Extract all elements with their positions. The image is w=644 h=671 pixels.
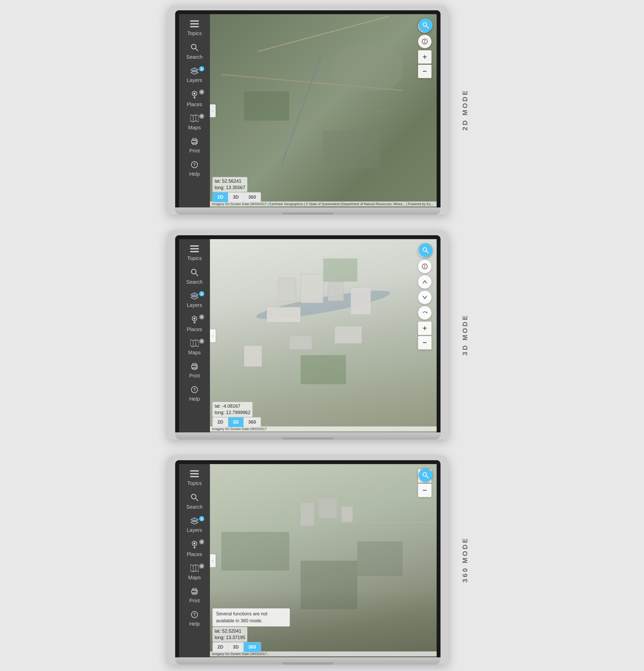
sidebar-item-layers-3d[interactable]: 1 Layers [179, 289, 210, 312]
svg-line-66 [195, 498, 198, 501]
sidebar-item-layers-360[interactable]: 1 Layers [179, 514, 210, 537]
mode-btn-2d-2d[interactable]: 2D [213, 192, 228, 202]
zoom-out-360[interactable]: − [418, 484, 432, 497]
sidebar-item-search-2d[interactable]: Search [179, 40, 210, 64]
badge-places-3d: 0 [199, 314, 204, 319]
sidebar-label-maps-3d: Maps [188, 350, 201, 356]
zoom-group-2d: + − [418, 50, 432, 78]
mode-btn-360-360[interactable]: 360 [244, 642, 261, 652]
mode-btn-360-2d[interactable]: 360 [244, 192, 261, 202]
sidebar-item-help-2d[interactable]: ? Help [179, 157, 210, 181]
zoom-out-3d[interactable]: − [418, 336, 432, 350]
laptop-frame-360: Topics Search [167, 455, 448, 664]
sidebar-item-topics-360[interactable]: Topics [179, 467, 210, 490]
sidebar-label-layers-3d: Layers [187, 302, 202, 308]
print-icon-360 [191, 588, 198, 597]
lat-3d: lat: -4.08167 [215, 403, 250, 409]
svg-point-48 [196, 366, 197, 367]
svg-marker-30 [424, 41, 426, 44]
svg-rect-64 [190, 476, 199, 477]
coord-bar-3d: lat: -4.08167 long: 12.7999962 [212, 402, 253, 417]
layers-icon-360 [190, 517, 198, 526]
map-search-btn-2d[interactable] [418, 18, 433, 32]
svg-rect-1 [190, 23, 199, 25]
menu-icon-360 [190, 470, 199, 479]
sidebar-item-print-2d[interactable]: Print [179, 134, 210, 157]
sidebar-label-topics-3d: Topics [187, 255, 202, 261]
print-icon-2d [191, 138, 198, 147]
collapse-btn-360[interactable]: ‹ [210, 554, 216, 567]
map-controls-3d: + − [418, 244, 432, 350]
sidebar-item-topics-2d[interactable]: Topics [179, 17, 210, 40]
message-360: Several functions are not available in 3… [212, 608, 290, 626]
svg-rect-62 [190, 470, 199, 471]
tilt-down-btn-3d[interactable] [418, 291, 432, 304]
svg-rect-0 [190, 20, 199, 22]
svg-line-4 [195, 49, 198, 51]
sidebar-item-print-3d[interactable]: Print [179, 359, 210, 382]
sidebar-label-help-2d: Help [189, 171, 199, 177]
laptop-3d: Topics Search [167, 230, 448, 440]
sidebar-label-print-2d: Print [189, 148, 199, 154]
coord-bar-360: lat: 52.52041 long: 13.37195 [212, 627, 247, 642]
sidebar-item-topics-3d[interactable]: Topics [179, 242, 210, 265]
mode-btn-3d-360[interactable]: 3D [228, 642, 244, 652]
sidebar-item-places-3d[interactable]: 0 Places [179, 312, 210, 336]
compass-btn-2d[interactable] [418, 35, 432, 48]
map-search-btn-360[interactable] [418, 468, 433, 482]
rotate-btn-3d[interactable] [418, 306, 432, 319]
laptop-frame-3d: Topics Search [167, 230, 448, 440]
mode-btn-2d-360[interactable]: 2D [213, 642, 228, 652]
mode-btn-360-3d[interactable]: 360 [244, 417, 261, 427]
section-3d: Topics Search [167, 230, 477, 440]
map-content-3d: ‹ [210, 239, 437, 432]
collapse-btn-3d[interactable]: ‹ [210, 329, 216, 342]
mode-btn-3d-2d[interactable]: 3D [228, 192, 244, 202]
map-search-btn-3d[interactable] [418, 243, 433, 257]
mode-btn-3d-3d[interactable]: 3D [228, 417, 244, 427]
places-icon-3d [191, 315, 198, 326]
svg-rect-32 [190, 248, 199, 250]
zoom-out-2d[interactable]: − [418, 65, 432, 78]
lng-3d: long: 12.7999962 [215, 409, 250, 416]
mode-switcher-3d: 2D 3D 360 [212, 417, 261, 427]
sidebar-item-places-2d[interactable]: 0 Places [179, 87, 210, 111]
map-content-2d: ‹ [210, 14, 437, 207]
sidebar-label-search-360: Search [186, 504, 203, 510]
sidebar-item-maps-3d[interactable]: 0 Maps [179, 336, 210, 359]
sidebar-item-search-360[interactable]: Search [179, 490, 210, 514]
sidebar-label-search-2d: Search [186, 54, 203, 60]
collapse-btn-2d[interactable]: ‹ [210, 104, 216, 117]
search-icon-360 [191, 493, 198, 503]
laptop-base-2d [175, 207, 440, 215]
badge-maps-360: 0 [199, 564, 204, 569]
sidebar-label-places-360: Places [187, 552, 202, 557]
svg-rect-63 [190, 473, 199, 474]
tilt-up-btn-3d[interactable] [418, 275, 432, 289]
badge-layers-3d: 1 [199, 291, 204, 296]
mode-label-3d: 3D MODE [461, 314, 477, 355]
sidebar-item-help-360[interactable]: ? Help [179, 607, 210, 631]
sidebar-label-search-3d: Search [186, 279, 203, 285]
sidebar-item-maps-360[interactable]: 0 Maps [179, 561, 210, 584]
lat-2d: lat: 52.56241 [215, 178, 245, 185]
svg-rect-2 [190, 26, 199, 27]
search-icon-3d [191, 268, 198, 278]
laptop-360: Topics Search [167, 455, 448, 664]
screen-bezel-360: Topics Search [175, 460, 440, 657]
sidebar-item-maps-2d[interactable]: 0 Maps [179, 111, 210, 134]
zoom-in-2d[interactable]: + [418, 50, 432, 64]
sidebar-item-layers-2d[interactable]: 1 Layers [179, 64, 210, 87]
zoom-in-3d[interactable]: + [418, 321, 432, 335]
mode-btn-2d-3d[interactable]: 2D [213, 417, 228, 427]
badge-places-2d: 0 [199, 89, 204, 94]
svg-marker-11 [190, 115, 198, 122]
laptop-2d: Topics Search [167, 5, 448, 215]
svg-marker-6 [191, 70, 198, 75]
sidebar-item-places-360[interactable]: 0 Places [179, 537, 210, 561]
sidebar-item-print-360[interactable]: Print [179, 584, 210, 607]
sidebar-item-help-3d[interactable]: ? Help [179, 382, 210, 406]
compass-btn-3d[interactable] [418, 260, 432, 273]
help-icon-3d: ? [191, 386, 198, 395]
sidebar-item-search-3d[interactable]: Search [179, 265, 210, 289]
